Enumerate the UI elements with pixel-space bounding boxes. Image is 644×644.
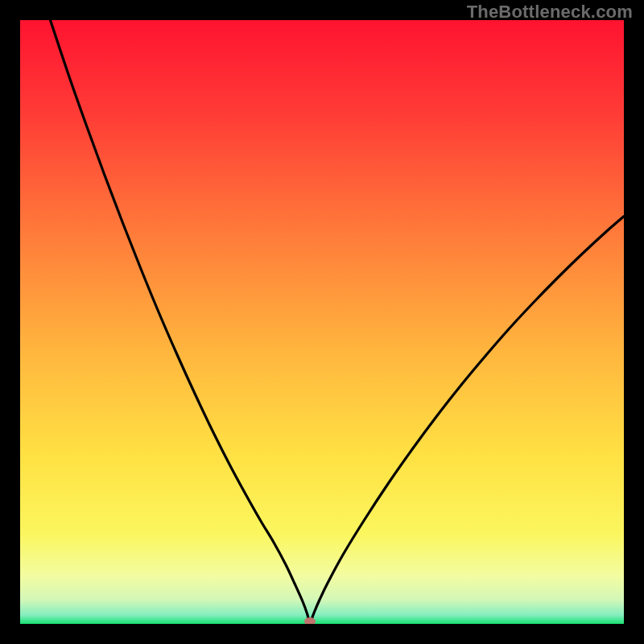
- chart-frame: TheBottleneck.com: [0, 0, 644, 644]
- bottleneck-curve: [20, 20, 624, 624]
- plot-area: [20, 20, 624, 624]
- vertex-marker: [304, 617, 316, 624]
- watermark-label: TheBottleneck.com: [467, 2, 633, 23]
